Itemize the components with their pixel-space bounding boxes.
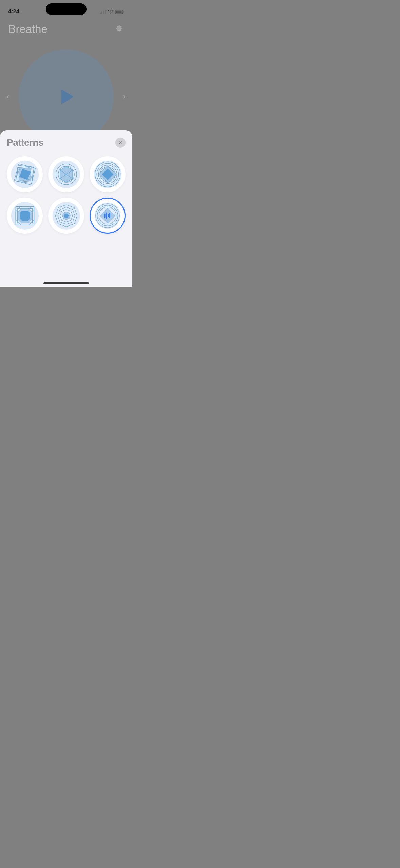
- signal-icon: [100, 10, 106, 14]
- svg-rect-3: [105, 10, 106, 14]
- svg-marker-33: [20, 211, 30, 221]
- svg-rect-5: [123, 11, 124, 13]
- svg-rect-0: [100, 13, 101, 14]
- close-button[interactable]: ✕: [115, 138, 126, 148]
- breathe-circle[interactable]: [19, 49, 114, 144]
- svg-rect-45: [104, 214, 105, 218]
- svg-rect-1: [101, 12, 102, 14]
- pattern-waveform-diamond[interactable]: [90, 198, 126, 234]
- sheet-header: Patterns ✕: [7, 137, 126, 148]
- pattern-hexagon-split[interactable]: [48, 156, 84, 192]
- status-time: 4:24: [8, 8, 19, 15]
- app-header: Breathe: [0, 18, 132, 36]
- battery-icon: [115, 10, 124, 14]
- pattern-diamond-rings[interactable]: [90, 156, 126, 192]
- home-indicator: [43, 282, 89, 284]
- wifi-icon: [108, 10, 113, 14]
- prev-button[interactable]: ‹: [7, 92, 9, 101]
- svg-rect-6: [116, 10, 122, 13]
- pattern-rotating-squares[interactable]: [7, 156, 43, 192]
- pattern-concentric-octagons[interactable]: [48, 198, 84, 234]
- patterns-sheet: Patterns ✕: [0, 130, 132, 287]
- svg-marker-39: [64, 213, 69, 218]
- status-bar: 4:24: [0, 0, 132, 18]
- svg-rect-46: [106, 212, 107, 219]
- sheet-title: Patterns: [7, 137, 43, 148]
- svg-rect-48: [109, 213, 110, 218]
- settings-icon[interactable]: [115, 24, 124, 34]
- app-title: Breathe: [8, 22, 47, 36]
- notch: [46, 3, 87, 15]
- status-icons: [100, 10, 124, 14]
- pattern-grid: [7, 156, 126, 234]
- pattern-square-octagon[interactable]: [7, 198, 43, 234]
- svg-rect-2: [103, 11, 104, 14]
- svg-rect-47: [108, 214, 109, 217]
- play-button[interactable]: [61, 89, 74, 104]
- next-button[interactable]: ›: [123, 92, 126, 101]
